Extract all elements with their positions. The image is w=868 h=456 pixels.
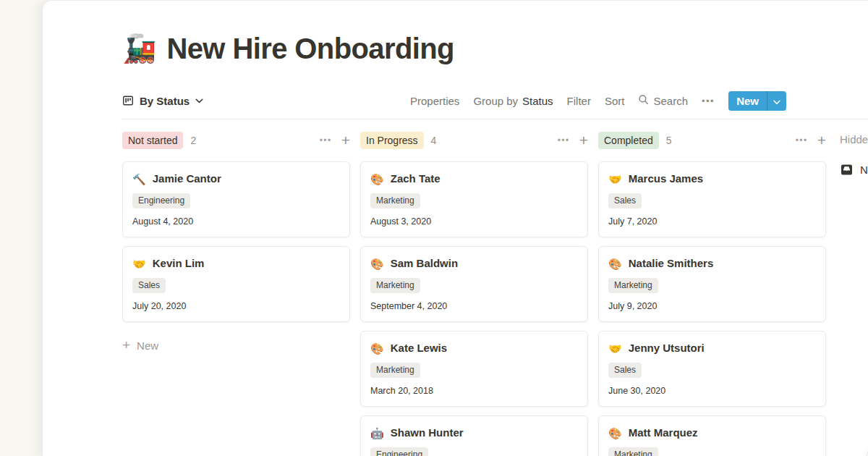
card-title-row: 🤝 Marcus James [608, 171, 816, 187]
column-header: In Progress 4 ••• + [360, 132, 588, 149]
hidden-columns-label: Hidden columns [840, 133, 868, 145]
card-emoji: 🎨 [608, 428, 622, 439]
card-department-tag: Sales [608, 193, 642, 208]
hidden-group-label: No Status [860, 164, 868, 176]
view-switcher[interactable]: By Status [122, 95, 203, 107]
column-add-button[interactable]: + [341, 134, 350, 147]
board-card[interactable]: 🎨 Matt Marquez Marketing [598, 415, 826, 456]
sort-button[interactable]: Sort [605, 95, 625, 107]
column-header: Completed 5 ••• + [598, 132, 826, 149]
board-card[interactable]: 🎨 Sam Baldwin Marketing September 4, 202… [360, 246, 588, 322]
board-column: Completed 5 ••• + 🤝 Marcus James Sales J… [598, 132, 826, 456]
card-department-tag: Sales [608, 363, 642, 378]
column-cards: 🎨 Zach Tate Marketing August 3, 2020 🎨 S… [360, 161, 588, 456]
column-header: Not started 2 ••• + [122, 132, 350, 149]
board-card[interactable]: 🎨 Kate Lewis Marketing March 20, 2018 [360, 331, 588, 407]
card-title: Kate Lewis [391, 340, 447, 356]
card-title: Matt Marquez [629, 425, 698, 441]
column-more-button[interactable]: ••• [558, 135, 570, 145]
card-title: Jenny Utsutori [629, 340, 705, 356]
hidden-group-item[interactable]: No Status [840, 163, 868, 177]
new-button-dropdown[interactable] [767, 91, 786, 111]
board-view-icon [122, 95, 134, 106]
column-header-actions: ••• + [558, 134, 588, 147]
card-emoji: 🔨 [132, 174, 146, 185]
page-title[interactable]: New Hire Onboarding [166, 31, 454, 66]
new-button-group: New [728, 91, 786, 111]
board-card[interactable]: 🤝 Jenny Utsutori Sales June 30, 2020 [598, 331, 826, 407]
card-title: Sam Baldwin [391, 256, 458, 271]
board-column: In Progress 4 ••• + 🎨 Zach Tate Marketin… [360, 132, 588, 456]
card-title-row: 🤖 Shawn Hunter [370, 425, 578, 441]
card-title: Zach Tate [391, 171, 441, 187]
column-more-button[interactable]: ••• [320, 135, 332, 145]
column-count: 4 [431, 135, 437, 146]
card-title-row: 🤝 Jenny Utsutori [608, 340, 816, 356]
card-emoji: 🤝 [132, 258, 146, 269]
card-start-date: August 3, 2020 [370, 215, 578, 228]
card-emoji: 🎨 [370, 258, 384, 269]
card-department-tag: Marketing [608, 447, 658, 456]
card-department-tag: Sales [132, 278, 166, 293]
card-title-row: 🎨 Kate Lewis [370, 340, 578, 356]
group-by-label: Group by [473, 95, 518, 107]
card-title-row: 🎨 Natalie Smithers [608, 256, 816, 271]
properties-button[interactable]: Properties [410, 95, 459, 107]
group-by-button[interactable]: Group by Status [473, 95, 553, 107]
column-more-button[interactable]: ••• [796, 135, 808, 145]
card-title: Marcus James [629, 171, 703, 187]
search-icon [638, 94, 649, 107]
page-emoji[interactable]: 🚂 [122, 35, 156, 62]
column-count: 2 [190, 135, 196, 146]
board-column: Not started 2 ••• + 🔨 Jamie Cantor Engin… [122, 132, 350, 456]
new-button[interactable]: New [728, 91, 767, 111]
inbox-icon [840, 163, 854, 177]
card-title-row: 🔨 Jamie Cantor [132, 171, 340, 187]
board-card[interactable]: 🎨 Zach Tate Marketing August 3, 2020 [360, 161, 588, 237]
column-status-badge[interactable]: In Progress [360, 132, 424, 149]
search-button[interactable]: Search [638, 94, 688, 107]
card-title: Jamie Cantor [153, 171, 221, 187]
board-card[interactable]: 🤖 Shawn Hunter Engineering [360, 415, 588, 456]
card-emoji: 🎨 [608, 258, 622, 269]
card-title-row: 🎨 Sam Baldwin [370, 256, 578, 271]
group-by-value: Status [522, 95, 553, 107]
card-emoji: 🎨 [370, 174, 384, 185]
card-title: Shawn Hunter [391, 425, 464, 441]
board-columns: Not started 2 ••• + 🔨 Jamie Cantor Engin… [122, 132, 826, 456]
card-department-tag: Marketing [370, 193, 420, 208]
chevron-down-icon [195, 98, 203, 104]
board-card[interactable]: 🎨 Natalie Smithers Marketing July 9, 202… [598, 246, 826, 322]
add-card-label: New [137, 339, 158, 352]
card-title-row: 🎨 Matt Marquez [608, 425, 816, 441]
column-add-button[interactable]: + [579, 134, 588, 147]
card-title: Kevin Lim [153, 256, 205, 271]
card-department-tag: Engineering [370, 447, 428, 456]
card-title-row: 🎨 Zach Tate [370, 171, 578, 187]
card-title: Natalie Smithers [629, 256, 714, 271]
board-card[interactable]: 🤝 Kevin Lim Sales July 20, 2020 [122, 246, 350, 322]
more-options-button[interactable]: ••• [702, 96, 715, 106]
card-start-date: July 9, 2020 [608, 300, 816, 313]
board-card[interactable]: 🤝 Marcus James Sales July 7, 2020 [598, 161, 826, 237]
toolbar-divider [122, 119, 868, 119]
filter-button[interactable]: Filter [567, 95, 591, 107]
column-count: 5 [666, 135, 672, 146]
column-add-button[interactable]: + [817, 134, 826, 147]
column-header-actions: ••• + [796, 134, 826, 147]
page-title-row: 🚂 New Hire Onboarding [122, 31, 454, 66]
card-emoji: 🤝 [608, 174, 622, 185]
card-start-date: July 7, 2020 [608, 215, 816, 228]
card-emoji: 🎨 [370, 343, 384, 354]
card-department-tag: Engineering [132, 193, 190, 208]
search-label: Search [653, 95, 688, 107]
notion-page: 🚂 New Hire Onboarding By Status Properti… [42, 0, 868, 456]
card-title-row: 🤝 Kevin Lim [132, 256, 340, 271]
column-status-badge[interactable]: Not started [122, 132, 183, 149]
column-status-badge[interactable]: Completed [598, 132, 659, 149]
board-card[interactable]: 🔨 Jamie Cantor Engineering August 4, 202… [122, 161, 350, 237]
card-start-date: June 30, 2020 [608, 384, 816, 397]
card-start-date: July 20, 2020 [132, 300, 340, 313]
add-card-button[interactable]: + New [122, 337, 350, 354]
plus-icon: + [122, 337, 130, 353]
